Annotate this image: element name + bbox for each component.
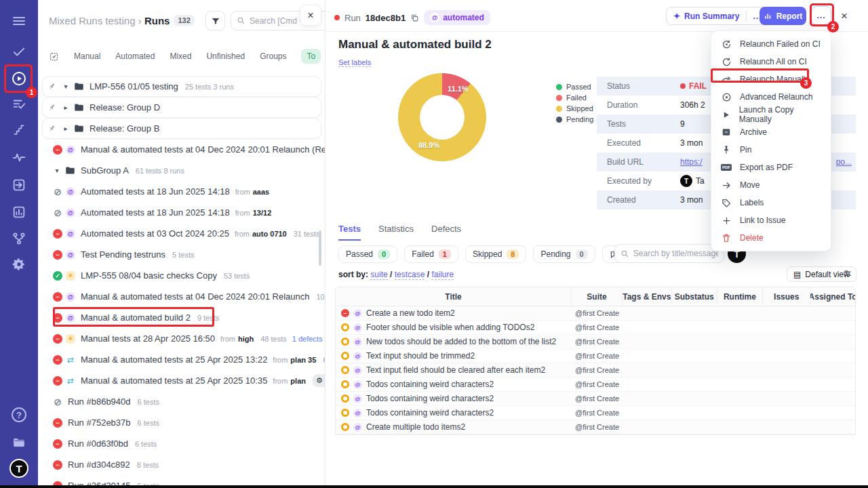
analytics-icon[interactable] [0,204,38,220]
test-row[interactable]: @New todos should be added to the bottom… [336,335,855,349]
canceled-status-icon: ⊘ [53,208,62,218]
menu-icon[interactable] [0,13,38,29]
col-header-issues[interactable]: Issues [762,287,810,306]
menu-item-relaunch-failed-on-ci[interactable]: Relaunch Failed on CI [711,35,831,53]
test-row[interactable]: @Text input field should be cleared afte… [336,363,855,378]
detail-value[interactable]: https:/ [680,157,703,167]
runs-filter-tab-unfinished[interactable]: Unfinished [206,52,245,61]
run-tabs: TestsStatisticsDefects [338,224,461,241]
test-row[interactable]: −@Create a new todo item2@first Create .… [336,306,855,321]
col-header-title[interactable]: Title [336,287,571,306]
group-row[interactable]: ▸Release: Group B [42,118,321,139]
tab-statistics[interactable]: Statistics [378,224,414,241]
sort-by-testcase-link[interactable]: testcase [395,270,425,280]
today-filter-chip[interactable]: To [301,49,321,64]
copy-icon[interactable] [410,14,419,22]
funnel-icon [211,16,220,26]
annotation-box-selected-run [53,307,214,327]
results-donut-chart: 11.1% 88.9% [398,73,486,161]
run-row[interactable]: ⊘Run #b86b940d6 tests [38,391,326,412]
group-row[interactable]: ▾LMP-556 01/05 testing25 tests 3 runs [42,76,321,97]
select-all-icon[interactable] [49,52,59,62]
col-header-suite[interactable]: Suite [571,287,622,306]
defects-link[interactable]: 1 defects [292,335,323,343]
run-summary-button[interactable]: ✦Run Summary ... [666,7,768,25]
menu-item-export-as-pdf[interactable]: PDFExport as PDF [711,159,831,176]
menu-item-advanced-relaunch[interactable]: Advanced Relaunch [711,88,831,106]
run-row[interactable]: ⊘@Automated tests at 18 Jun 2025 14:18fr… [38,181,326,202]
runs-filter-tab-automated[interactable]: Automated [115,52,155,61]
test-row[interactable]: @Todos containing weird characters2@firs… [336,392,855,406]
failed-filter-chip[interactable]: Failed1 [404,245,458,263]
chevron-right-icon[interactable]: ▸ [62,104,70,111]
report-button[interactable]: Report [760,7,806,25]
milestones-icon[interactable] [0,122,38,138]
breadcrumb-project[interactable]: Mixed Runs testing [49,15,136,26]
test-row[interactable]: @Todos containing weird characters2@firs… [336,406,855,420]
run-row[interactable]: −@Manual & automated tests at 04 Dec 202… [38,286,326,307]
test-cases-icon[interactable] [0,96,38,113]
run-row[interactable]: −@Manual & automated tests at 04 Dec 202… [38,139,326,160]
run-row[interactable]: −@Test Pending testruns5 tests [38,244,326,265]
test-title-cell: @Todos containing weird characters2 [336,408,571,418]
pending-filter-chip[interactable]: Pending0 [533,245,595,263]
col-header-runtime[interactable]: Runtime [717,287,763,306]
menu-item-link-to-issue[interactable]: Link to Issue [711,211,831,229]
col-header-substatus[interactable]: Substatus [671,287,717,306]
col-header-assigned-to[interactable]: Assigned To [810,287,855,306]
sort-by-controls: sort by: suite / testcase / failure [338,270,454,279]
build-url-continuation[interactable]: po... [836,157,852,167]
test-row[interactable]: @Todos containing weird characters2@firs… [336,378,855,392]
run-row[interactable]: −Run #0d63f0bd6 tests [38,433,326,454]
tab-tests[interactable]: Tests [338,224,361,241]
skipped-filter-chip[interactable]: Skipped8 [465,245,527,263]
chevron-right-icon[interactable]: ▸ [62,125,70,132]
runs-filter-tab-manual[interactable]: Manual [74,52,100,61]
chevron-down-icon[interactable]: ▾ [53,167,61,174]
test-row[interactable]: @Text input should be trimmed2@first Cre… [336,349,855,363]
help-icon[interactable]: ? [12,407,26,422]
menu-item-label: Archive [740,127,767,137]
import-icon[interactable] [0,177,38,193]
run-row[interactable]: ⊘@Automated tests at 18 Jun 2025 14:18fr… [38,202,326,223]
column-settings-icon[interactable] [842,268,852,279]
menu-item-pin[interactable]: Pin [711,141,831,159]
menu-item-delete[interactable]: Delete [711,229,831,247]
menu-item-archive[interactable]: Archive [711,123,831,141]
set-labels-link[interactable]: Set labels [338,58,371,67]
run-row[interactable]: −Run #752eb37b6 tests [38,412,326,433]
passed-filter-chip[interactable]: Passed0 [338,245,397,263]
scrollbar-thumb[interactable] [319,230,321,266]
results-check-icon[interactable] [0,43,38,60]
col-header-tags-envs[interactable]: Tags & Envs [622,287,671,306]
tests-search-input[interactable]: Search by title/message [614,244,724,263]
group-row[interactable]: ▸Release: Group D [42,97,321,118]
settings-gear-icon[interactable] [0,256,38,272]
run-row[interactable]: −✳Manual tests at 28 Apr 2025 16:50fromh… [38,328,326,349]
test-row[interactable]: @Footer should be visible when adding TO… [336,321,855,335]
menu-item-launch-a-copy-manually[interactable]: Launch a Copy Manually [711,106,831,123]
run-row[interactable]: ✓✳LMP-555 08/04 basic checks Copy53 test… [38,265,326,286]
run-row[interactable]: −⇄Manual & automated tests at 25 Apr 202… [38,370,326,391]
close-panel-button[interactable]: × [300,5,321,26]
branch-icon[interactable] [0,230,38,247]
pulse-icon[interactable] [0,149,38,165]
sort-by-failure-link[interactable]: failure [431,270,454,280]
menu-item-labels[interactable]: Labels [711,194,831,211]
chevron-down-icon[interactable]: ▾ [62,83,70,90]
sort-by-suite-link[interactable]: suite [370,270,387,280]
runs-filter-tab-mixed[interactable]: Mixed [170,52,191,61]
run-row[interactable]: −@Automated tests at 03 Oct 2024 20:25fr… [38,223,326,244]
run-row[interactable]: −⇄Manual & automated tests at 25 Apr 202… [38,349,326,370]
user-avatar[interactable]: T [9,459,28,478]
tab-defects[interactable]: Defects [431,224,461,241]
test-row[interactable]: @Create multiple todo items2@first Creat… [336,420,855,434]
filter-button[interactable] [205,11,225,30]
close-run-button[interactable]: × [841,9,848,23]
runs-filter-tab-groups[interactable]: Groups [260,52,286,61]
run-row[interactable]: −Run #26d301455 tests [38,475,326,485]
run-row[interactable]: −Run #d304c8928 tests [38,454,326,475]
menu-item-move[interactable]: Move [711,176,831,194]
group-row[interactable]: ▾SubGroup A61 tests 8 runs [38,160,326,181]
projects-folder-icon[interactable] [0,434,38,451]
